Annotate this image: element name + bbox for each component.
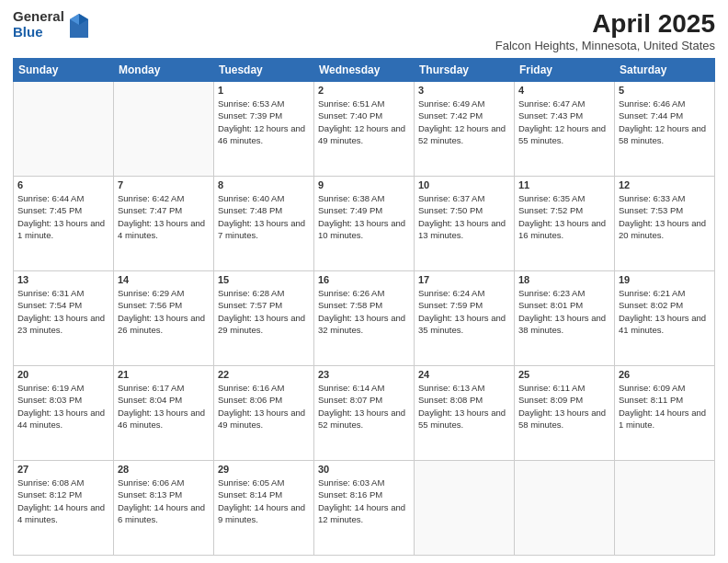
day-info: Sunrise: 6:19 AMSunset: 8:03 PMDaylight:… bbox=[17, 382, 109, 431]
day-info: Sunrise: 6:13 AMSunset: 8:08 PMDaylight:… bbox=[418, 382, 510, 431]
day-info-line: Daylight: 13 hours and 26 minutes. bbox=[118, 312, 210, 337]
day-info-line: Sunset: 8:08 PM bbox=[418, 394, 510, 406]
day-info-line: Sunset: 8:14 PM bbox=[218, 488, 310, 500]
day-info-line: Sunrise: 6:08 AM bbox=[17, 477, 109, 488]
day-info: Sunrise: 6:08 AMSunset: 8:12 PMDaylight:… bbox=[17, 477, 109, 525]
day-info-line: Sunset: 8:11 PM bbox=[619, 394, 711, 406]
day-info-line: Sunset: 7:48 PM bbox=[218, 204, 310, 216]
day-info-line: Daylight: 13 hours and 52 minutes. bbox=[318, 407, 410, 431]
day-info-line: Daylight: 13 hours and 44 minutes. bbox=[17, 407, 109, 431]
calendar-day-cell bbox=[515, 461, 615, 556]
day-number: 1 bbox=[218, 85, 310, 96]
day-info: Sunrise: 6:51 AMSunset: 7:40 PMDaylight:… bbox=[318, 98, 410, 146]
day-info: Sunrise: 6:42 AMSunset: 7:47 PMDaylight:… bbox=[118, 192, 210, 241]
day-info: Sunrise: 6:09 AMSunset: 8:11 PMDaylight:… bbox=[619, 382, 711, 431]
day-info-line: Daylight: 13 hours and 10 minutes. bbox=[318, 217, 410, 242]
day-info-line: Sunset: 7:42 PM bbox=[418, 109, 510, 121]
calendar-day-cell: 18Sunrise: 6:23 AMSunset: 8:01 PMDayligh… bbox=[515, 271, 615, 366]
calendar-week-row: 13Sunrise: 6:31 AMSunset: 7:54 PMDayligh… bbox=[14, 271, 715, 366]
day-number: 12 bbox=[619, 179, 711, 190]
day-info-line: Sunset: 8:12 PM bbox=[17, 488, 109, 500]
day-number: 27 bbox=[17, 464, 109, 475]
day-info-line: Sunrise: 6:26 AM bbox=[318, 287, 410, 299]
day-number: 18 bbox=[518, 274, 610, 285]
day-info-line: Sunrise: 6:19 AM bbox=[17, 382, 109, 394]
day-info-line: Sunrise: 6:46 AM bbox=[619, 98, 711, 109]
calendar-day-cell: 30Sunrise: 6:03 AMSunset: 8:16 PMDayligh… bbox=[314, 461, 415, 556]
day-info: Sunrise: 6:53 AMSunset: 7:39 PMDaylight:… bbox=[218, 98, 310, 146]
day-info: Sunrise: 6:49 AMSunset: 7:42 PMDaylight:… bbox=[418, 98, 510, 146]
day-info: Sunrise: 6:37 AMSunset: 7:50 PMDaylight:… bbox=[418, 192, 510, 241]
day-info-line: Sunset: 7:52 PM bbox=[518, 204, 610, 216]
calendar-day-cell: 23Sunrise: 6:14 AMSunset: 8:07 PMDayligh… bbox=[314, 366, 415, 461]
calendar-header-cell: Friday bbox=[515, 59, 615, 82]
day-info: Sunrise: 6:23 AMSunset: 8:01 PMDaylight:… bbox=[518, 287, 610, 336]
day-number: 6 bbox=[17, 179, 109, 190]
day-info-line: Sunset: 8:02 PM bbox=[619, 299, 711, 311]
calendar-day-cell: 4Sunrise: 6:47 AMSunset: 7:43 PMDaylight… bbox=[515, 82, 615, 177]
calendar-header-cell: Sunday bbox=[14, 59, 114, 82]
calendar-day-cell: 3Sunrise: 6:49 AMSunset: 7:42 PMDaylight… bbox=[415, 82, 515, 177]
day-number: 16 bbox=[318, 274, 410, 285]
day-info-line: Sunset: 7:54 PM bbox=[17, 299, 109, 311]
calendar-day-cell bbox=[615, 461, 715, 556]
calendar-day-cell: 29Sunrise: 6:05 AMSunset: 8:14 PMDayligh… bbox=[214, 461, 314, 556]
day-info: Sunrise: 6:14 AMSunset: 8:07 PMDaylight:… bbox=[318, 382, 410, 431]
day-info-line: Daylight: 13 hours and 20 minutes. bbox=[619, 217, 711, 242]
calendar-day-cell: 9Sunrise: 6:38 AMSunset: 7:49 PMDaylight… bbox=[314, 177, 415, 271]
calendar-day-cell: 12Sunrise: 6:33 AMSunset: 7:53 PMDayligh… bbox=[615, 177, 715, 271]
day-info-line: Sunset: 8:16 PM bbox=[318, 488, 410, 500]
day-info-line: Sunrise: 6:31 AM bbox=[17, 287, 109, 299]
day-info-line: Daylight: 13 hours and 13 minutes. bbox=[418, 217, 510, 242]
day-number: 19 bbox=[619, 274, 711, 285]
day-info-line: Sunrise: 6:28 AM bbox=[218, 287, 310, 299]
page: General Blue April 2025 Falcon Heights, … bbox=[0, 0, 728, 563]
day-info: Sunrise: 6:38 AMSunset: 7:49 PMDaylight:… bbox=[318, 192, 410, 241]
calendar-day-cell: 11Sunrise: 6:35 AMSunset: 7:52 PMDayligh… bbox=[515, 177, 615, 271]
day-info-line: Sunrise: 6:23 AM bbox=[518, 287, 610, 299]
calendar-day-cell: 15Sunrise: 6:28 AMSunset: 7:57 PMDayligh… bbox=[214, 271, 314, 366]
calendar-header-row: SundayMondayTuesdayWednesdayThursdayFrid… bbox=[14, 59, 715, 82]
logo-general: General bbox=[13, 9, 64, 25]
day-info: Sunrise: 6:47 AMSunset: 7:43 PMDaylight:… bbox=[518, 98, 610, 146]
day-info-line: Daylight: 12 hours and 46 minutes. bbox=[218, 122, 310, 147]
day-info: Sunrise: 6:33 AMSunset: 7:53 PMDaylight:… bbox=[619, 192, 711, 241]
calendar-day-cell: 8Sunrise: 6:40 AMSunset: 7:48 PMDaylight… bbox=[214, 177, 314, 271]
day-info: Sunrise: 6:44 AMSunset: 7:45 PMDaylight:… bbox=[17, 192, 109, 241]
day-info-line: Daylight: 13 hours and 23 minutes. bbox=[17, 312, 109, 337]
calendar-header-cell: Thursday bbox=[415, 59, 515, 82]
day-info-line: Daylight: 12 hours and 55 minutes. bbox=[518, 122, 610, 147]
day-info: Sunrise: 6:26 AMSunset: 7:58 PMDaylight:… bbox=[318, 287, 410, 336]
day-info-line: Sunrise: 6:29 AM bbox=[118, 287, 210, 299]
day-info-line: Sunrise: 6:16 AM bbox=[218, 382, 310, 394]
day-info-line: Sunset: 8:09 PM bbox=[518, 394, 610, 406]
day-info-line: Sunset: 7:47 PM bbox=[118, 204, 210, 216]
day-info-line: Sunset: 8:03 PM bbox=[17, 394, 109, 406]
day-info-line: Sunrise: 6:38 AM bbox=[318, 192, 410, 204]
logo-text: General Blue bbox=[13, 9, 64, 40]
day-info: Sunrise: 6:24 AMSunset: 7:59 PMDaylight:… bbox=[418, 287, 510, 336]
day-info-line: Sunrise: 6:49 AM bbox=[418, 98, 510, 109]
day-info-line: Sunrise: 6:13 AM bbox=[418, 382, 510, 394]
day-number: 28 bbox=[118, 464, 210, 475]
day-number: 11 bbox=[518, 179, 610, 190]
day-info-line: Daylight: 12 hours and 52 minutes. bbox=[418, 122, 510, 147]
day-info-line: Daylight: 14 hours and 1 minute. bbox=[619, 407, 711, 431]
day-info-line: Sunrise: 6:09 AM bbox=[619, 382, 711, 394]
calendar-day-cell: 10Sunrise: 6:37 AMSunset: 7:50 PMDayligh… bbox=[415, 177, 515, 271]
logo-area: General Blue bbox=[13, 9, 88, 40]
day-info-line: Sunrise: 6:21 AM bbox=[619, 287, 711, 299]
day-info-line: Daylight: 13 hours and 32 minutes. bbox=[318, 312, 410, 337]
calendar-day-cell: 2Sunrise: 6:51 AMSunset: 7:40 PMDaylight… bbox=[314, 82, 415, 177]
day-info-line: Sunset: 7:45 PM bbox=[17, 204, 109, 216]
day-info-line: Sunrise: 6:06 AM bbox=[118, 477, 210, 488]
day-info-line: Sunset: 7:57 PM bbox=[218, 299, 310, 311]
calendar-day-cell: 5Sunrise: 6:46 AMSunset: 7:44 PMDaylight… bbox=[615, 82, 715, 177]
day-info: Sunrise: 6:28 AMSunset: 7:57 PMDaylight:… bbox=[218, 287, 310, 336]
calendar-header-cell: Monday bbox=[114, 59, 214, 82]
calendar-header-cell: Saturday bbox=[615, 59, 715, 82]
day-number: 13 bbox=[17, 274, 109, 285]
day-info-line: Daylight: 14 hours and 4 minutes. bbox=[17, 501, 109, 526]
day-info-line: Sunset: 8:06 PM bbox=[218, 394, 310, 406]
day-info: Sunrise: 6:40 AMSunset: 7:48 PMDaylight:… bbox=[218, 192, 310, 241]
